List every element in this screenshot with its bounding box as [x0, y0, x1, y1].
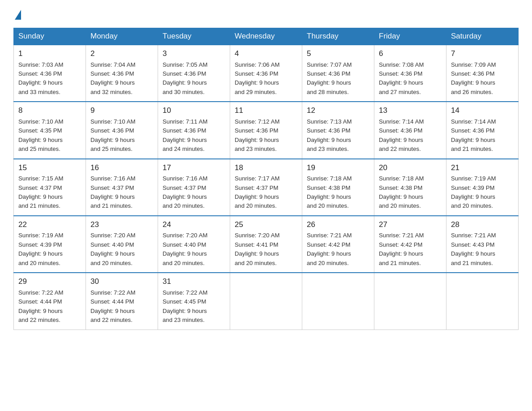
weekday-header-saturday: Saturday [446, 28, 519, 45]
calendar-day-cell: 20 Sunrise: 7:18 AMSunset: 4:38 PMDaylig… [374, 159, 446, 216]
day-number: 2 [90, 48, 153, 60]
calendar-day-cell: 17 Sunrise: 7:16 AMSunset: 4:37 PMDaylig… [158, 159, 230, 216]
day-number: 12 [307, 105, 369, 116]
day-info: Sunrise: 7:04 AMSunset: 4:36 PMDaylight:… [90, 61, 135, 95]
weekday-header-wednesday: Wednesday [230, 28, 302, 45]
logo-triangle-icon [15, 10, 21, 20]
day-info: Sunrise: 7:22 AMSunset: 4:44 PMDaylight:… [90, 289, 135, 323]
day-info: Sunrise: 7:05 AMSunset: 4:36 PMDaylight:… [163, 61, 207, 95]
calendar-day-cell: 30 Sunrise: 7:22 AMSunset: 4:44 PMDaylig… [86, 273, 158, 330]
calendar-day-cell: 27 Sunrise: 7:21 AMSunset: 4:42 PMDaylig… [374, 216, 446, 273]
calendar-day-cell: 19 Sunrise: 7:18 AMSunset: 4:38 PMDaylig… [302, 159, 374, 216]
weekday-header-friday: Friday [374, 28, 446, 45]
calendar-week-row: 1 Sunrise: 7:03 AMSunset: 4:36 PMDayligh… [14, 45, 519, 102]
calendar-week-row: 22 Sunrise: 7:19 AMSunset: 4:39 PMDaylig… [14, 216, 519, 273]
day-info: Sunrise: 7:21 AMSunset: 4:43 PMDaylight:… [451, 232, 496, 266]
day-info: Sunrise: 7:10 AMSunset: 4:35 PMDaylight:… [18, 118, 63, 152]
calendar-table: SundayMondayTuesdayWednesdayThursdayFrid… [13, 28, 519, 330]
calendar-day-cell: 23 Sunrise: 7:20 AMSunset: 4:40 PMDaylig… [86, 216, 158, 273]
weekday-header-thursday: Thursday [302, 28, 374, 45]
day-number: 22 [18, 219, 81, 231]
day-info: Sunrise: 7:20 AMSunset: 4:40 PMDaylight:… [163, 232, 207, 266]
weekday-header-row: SundayMondayTuesdayWednesdayThursdayFrid… [14, 28, 519, 45]
calendar-day-cell: 25 Sunrise: 7:20 AMSunset: 4:41 PMDaylig… [230, 216, 302, 273]
calendar-day-cell: 26 Sunrise: 7:21 AMSunset: 4:42 PMDaylig… [302, 216, 374, 273]
day-info: Sunrise: 7:07 AMSunset: 4:36 PMDaylight:… [307, 61, 352, 95]
calendar-day-cell: 31 Sunrise: 7:22 AMSunset: 4:45 PMDaylig… [158, 273, 230, 330]
calendar-day-cell [446, 273, 519, 330]
day-info: Sunrise: 7:06 AMSunset: 4:36 PMDaylight:… [235, 61, 279, 95]
day-info: Sunrise: 7:22 AMSunset: 4:44 PMDaylight:… [18, 289, 63, 323]
calendar-day-cell: 22 Sunrise: 7:19 AMSunset: 4:39 PMDaylig… [14, 216, 86, 273]
day-info: Sunrise: 7:13 AMSunset: 4:36 PMDaylight:… [307, 118, 352, 152]
calendar-day-cell: 18 Sunrise: 7:17 AMSunset: 4:37 PMDaylig… [230, 159, 302, 216]
logo [13, 9, 21, 20]
day-number: 5 [307, 48, 369, 60]
day-info: Sunrise: 7:15 AMSunset: 4:37 PMDaylight:… [18, 175, 63, 209]
day-number: 13 [379, 105, 442, 116]
day-number: 19 [307, 162, 369, 174]
weekday-header-sunday: Sunday [14, 28, 86, 45]
calendar-day-cell: 1 Sunrise: 7:03 AMSunset: 4:36 PMDayligh… [14, 45, 86, 102]
day-info: Sunrise: 7:16 AMSunset: 4:37 PMDaylight:… [163, 175, 207, 209]
calendar-day-cell: 13 Sunrise: 7:14 AMSunset: 4:36 PMDaylig… [374, 102, 446, 158]
day-info: Sunrise: 7:11 AMSunset: 4:36 PMDaylight:… [163, 118, 207, 152]
day-number: 21 [451, 162, 514, 174]
day-info: Sunrise: 7:22 AMSunset: 4:45 PMDaylight:… [163, 289, 207, 323]
calendar-day-cell: 3 Sunrise: 7:05 AMSunset: 4:36 PMDayligh… [158, 45, 230, 102]
calendar-day-cell: 21 Sunrise: 7:19 AMSunset: 4:39 PMDaylig… [446, 159, 519, 216]
calendar-day-cell [230, 273, 302, 330]
day-number: 26 [307, 219, 369, 231]
calendar-day-cell [374, 273, 446, 330]
calendar-day-cell: 15 Sunrise: 7:15 AMSunset: 4:37 PMDaylig… [14, 159, 86, 216]
day-info: Sunrise: 7:16 AMSunset: 4:37 PMDaylight:… [90, 175, 135, 209]
calendar-day-cell [302, 273, 374, 330]
weekday-header-monday: Monday [86, 28, 158, 45]
day-number: 27 [379, 219, 442, 231]
day-info: Sunrise: 7:14 AMSunset: 4:36 PMDaylight:… [379, 118, 424, 152]
day-number: 8 [18, 105, 81, 116]
day-info: Sunrise: 7:20 AMSunset: 4:40 PMDaylight:… [90, 232, 135, 266]
day-info: Sunrise: 7:21 AMSunset: 4:42 PMDaylight:… [379, 232, 424, 266]
calendar-day-cell: 5 Sunrise: 7:07 AMSunset: 4:36 PMDayligh… [302, 45, 374, 102]
day-number: 11 [235, 105, 297, 116]
day-number: 30 [90, 276, 153, 287]
day-number: 31 [163, 276, 225, 287]
day-info: Sunrise: 7:12 AMSunset: 4:36 PMDaylight:… [235, 118, 279, 152]
day-number: 28 [451, 219, 514, 231]
day-info: Sunrise: 7:08 AMSunset: 4:36 PMDaylight:… [379, 61, 424, 95]
day-info: Sunrise: 7:19 AMSunset: 4:39 PMDaylight:… [451, 175, 496, 209]
calendar-day-cell: 7 Sunrise: 7:09 AMSunset: 4:36 PMDayligh… [446, 45, 519, 102]
day-number: 14 [451, 105, 514, 116]
calendar-day-cell: 12 Sunrise: 7:13 AMSunset: 4:36 PMDaylig… [302, 102, 374, 158]
calendar-day-cell: 14 Sunrise: 7:14 AMSunset: 4:36 PMDaylig… [446, 102, 519, 158]
calendar-week-row: 8 Sunrise: 7:10 AMSunset: 4:35 PMDayligh… [14, 102, 519, 158]
calendar-day-cell: 10 Sunrise: 7:11 AMSunset: 4:36 PMDaylig… [158, 102, 230, 158]
weekday-header-tuesday: Tuesday [158, 28, 230, 45]
calendar-day-cell: 4 Sunrise: 7:06 AMSunset: 4:36 PMDayligh… [230, 45, 302, 102]
day-info: Sunrise: 7:20 AMSunset: 4:41 PMDaylight:… [235, 232, 279, 266]
day-info: Sunrise: 7:19 AMSunset: 4:39 PMDaylight:… [18, 232, 63, 266]
calendar-day-cell: 9 Sunrise: 7:10 AMSunset: 4:36 PMDayligh… [86, 102, 158, 158]
day-number: 24 [163, 219, 225, 231]
day-info: Sunrise: 7:21 AMSunset: 4:42 PMDaylight:… [307, 232, 352, 266]
day-number: 6 [379, 48, 442, 60]
day-number: 15 [18, 162, 81, 174]
day-number: 29 [18, 276, 81, 287]
day-info: Sunrise: 7:09 AMSunset: 4:36 PMDaylight:… [451, 61, 496, 95]
day-info: Sunrise: 7:18 AMSunset: 4:38 PMDaylight:… [379, 175, 424, 209]
day-number: 7 [451, 48, 514, 60]
day-number: 17 [163, 162, 225, 174]
calendar-day-cell: 16 Sunrise: 7:16 AMSunset: 4:37 PMDaylig… [86, 159, 158, 216]
calendar-day-cell: 24 Sunrise: 7:20 AMSunset: 4:40 PMDaylig… [158, 216, 230, 273]
day-number: 20 [379, 162, 442, 174]
calendar-day-cell: 11 Sunrise: 7:12 AMSunset: 4:36 PMDaylig… [230, 102, 302, 158]
day-number: 1 [18, 48, 81, 60]
day-number: 16 [90, 162, 153, 174]
day-number: 18 [235, 162, 297, 174]
day-info: Sunrise: 7:10 AMSunset: 4:36 PMDaylight:… [90, 118, 135, 152]
day-number: 10 [163, 105, 225, 116]
day-info: Sunrise: 7:18 AMSunset: 4:38 PMDaylight:… [307, 175, 352, 209]
day-number: 23 [90, 219, 153, 231]
day-info: Sunrise: 7:03 AMSunset: 4:36 PMDaylight:… [18, 61, 63, 95]
